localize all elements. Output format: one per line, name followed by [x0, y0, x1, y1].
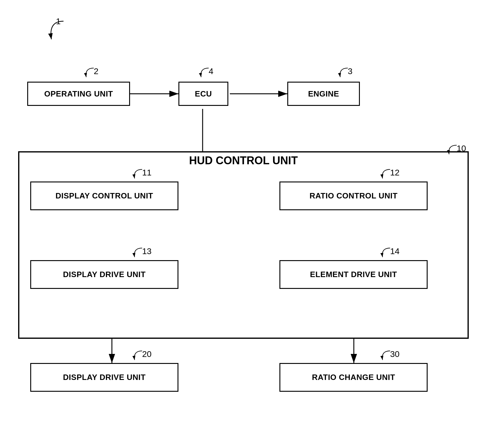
display-drive-unit-outer-box: DISPLAY DRIVE UNIT [30, 363, 178, 392]
display-drive-unit-inner-box: DISPLAY DRIVE UNIT [30, 260, 178, 289]
ratio-control-unit-box: RATIO CONTROL UNIT [279, 181, 428, 210]
ratio-change-unit-box: RATIO CHANGE UNIT [279, 363, 428, 392]
engine-box: ENGINE [287, 82, 360, 106]
diagram-container: 1 OPERATING UNIT 2 ECU 4 [0, 0, 489, 448]
ecu-box: ECU [178, 82, 228, 106]
operating-unit-box: OPERATING UNIT [27, 82, 130, 106]
hud-control-unit-label: HUD CONTROL UNIT [18, 154, 469, 167]
display-control-unit-box: DISPLAY CONTROL UNIT [30, 181, 178, 210]
element-drive-unit-box: ELEMENT DRIVE UNIT [279, 260, 428, 289]
hud-control-unit-box [18, 151, 469, 339]
ref-arrow-1 [42, 15, 79, 51]
